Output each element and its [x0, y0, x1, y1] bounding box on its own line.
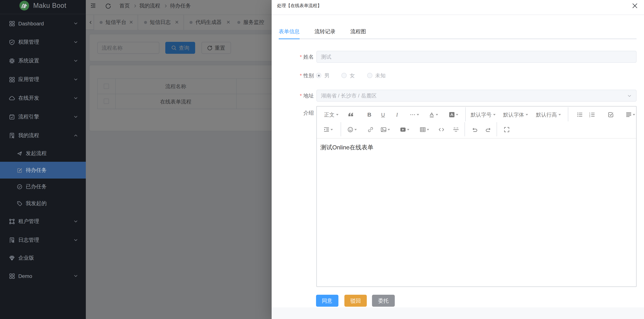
svg-text:3: 3 — [589, 115, 590, 118]
